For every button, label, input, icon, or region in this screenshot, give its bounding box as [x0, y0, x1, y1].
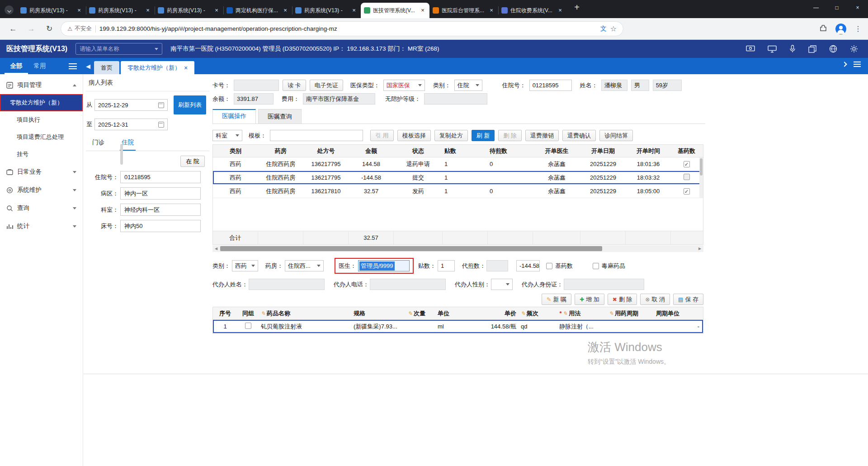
tab-close-icon[interactable]: ×: [144, 7, 151, 14]
cell-drug-name[interactable]: 钆贝葡胺注射液: [259, 323, 352, 331]
calendar-icon[interactable]: [158, 102, 164, 108]
base-drug-checkbox[interactable]: [546, 263, 552, 269]
date-from-input[interactable]: 2025-12-29: [94, 99, 168, 111]
table-horizontal-scrollbar[interactable]: ◀ ▶: [212, 245, 703, 252]
scrollbar-thumb[interactable]: [220, 246, 602, 251]
date-to-input[interactable]: 2025-12-31: [94, 119, 168, 130]
sidebar-section-statistics[interactable]: 统计: [0, 217, 83, 235]
browser-tab-2[interactable]: 药房系统(V13) - ×: [86, 3, 155, 18]
cell-usage[interactable]: 静脉注射（...: [557, 323, 607, 331]
same-group-checkbox[interactable]: [245, 323, 251, 329]
tab-close-icon[interactable]: ×: [213, 7, 220, 14]
agent-phone-input[interactable]: [370, 279, 446, 290]
sidebar-item-project-execution[interactable]: 项目执行: [0, 111, 83, 128]
clinic-settle-button[interactable]: 诊间结算: [599, 130, 633, 141]
screen-capture-icon[interactable]: [746, 45, 755, 53]
browser-tab-4[interactable]: 两定机构医疗保... ×: [223, 3, 292, 18]
security-status[interactable]: ⚠ 不安全: [67, 25, 92, 33]
tab-close-icon[interactable]: ×: [488, 7, 495, 14]
settings-gear-icon[interactable]: [850, 45, 858, 53]
sidebar-section-project-management[interactable]: 项目管理: [0, 76, 83, 94]
base-drug-checkbox[interactable]: ✓: [684, 188, 690, 195]
window-switch-icon[interactable]: [808, 45, 816, 53]
cell-freq[interactable]: qd: [519, 323, 557, 330]
url-text[interactable]: 199.9.129.29:8000/his-yj/app/#/project-m…: [99, 25, 597, 32]
save-button[interactable]: ▤ 保 存: [673, 294, 703, 305]
tab-order-operate[interactable]: 医嘱操作: [212, 109, 256, 124]
monitor-icon[interactable]: [768, 45, 777, 53]
add-button[interactable]: ✚ 增 加: [575, 294, 604, 305]
agent-id-input[interactable]: [564, 279, 644, 290]
ward-input[interactable]: 神内一区: [120, 187, 201, 200]
translate-icon[interactable]: 文: [600, 25, 607, 33]
dept-select[interactable]: 科室: [212, 130, 242, 141]
e-voucher-button[interactable]: 电子凭证: [310, 80, 343, 91]
sidebar-item-refund-summary[interactable]: 项目退费汇总处理: [0, 128, 83, 146]
decoct-count-input[interactable]: [486, 260, 508, 271]
collapse-menu-icon[interactable]: [69, 63, 77, 69]
agent-name-input[interactable]: [249, 279, 325, 290]
profile-avatar[interactable]: [835, 24, 846, 34]
browser-tab-6-active[interactable]: 医技管理系统(V... ×: [361, 3, 429, 18]
sidebar-section-query[interactable]: 查询: [0, 199, 83, 217]
refund-confirm-button[interactable]: 退费确认: [562, 130, 596, 141]
scroll-right-icon[interactable]: ▶: [696, 247, 703, 251]
browser-tab-8[interactable]: 住院收费系统(V... ×: [498, 3, 567, 18]
extensions-icon[interactable]: [819, 24, 827, 33]
admission-no-input[interactable]: 01218595: [529, 80, 572, 91]
browser-tab-1[interactable]: 药房系统(V13) - ×: [17, 3, 86, 18]
read-card-button[interactable]: 读 卡: [283, 80, 306, 91]
tab-scroll-right-icon[interactable]: [842, 62, 847, 67]
new-order-button[interactable]: ✎ 新 嘱: [542, 294, 571, 305]
base-drug-checkbox[interactable]: [684, 174, 690, 180]
category-select[interactable]: 住院: [454, 80, 482, 91]
sidebar-item-scattered-prescription[interactable]: 零散处方维护（新）: [0, 94, 83, 111]
bed-no-input[interactable]: 神内50: [120, 220, 201, 232]
prescription-row-1[interactable]: 西药 住院西药房 136217795 144.58 退药申请 1 0 佘菡鑫 2…: [213, 157, 703, 171]
agent-gender-select[interactable]: [491, 279, 513, 290]
insurance-type-select[interactable]: 国家医保: [383, 80, 425, 91]
prescription-row-2-selected[interactable]: 西药 住院西药房 136217795 -144.58 提交 1 佘菡鑫 2025…: [213, 171, 703, 185]
sidebar-item-registration[interactable]: 挂号: [0, 146, 83, 163]
calendar-icon[interactable]: [158, 122, 164, 128]
card-no-input[interactable]: [234, 80, 279, 91]
window-maximize-button[interactable]: □: [826, 0, 847, 15]
tie-count-input[interactable]: 1: [438, 260, 455, 271]
tab-list-icon[interactable]: [854, 62, 861, 67]
escort-level-input[interactable]: [424, 93, 487, 105]
tab-scroll-left-icon[interactable]: ◀: [82, 58, 94, 74]
doctor-input[interactable]: 管理员/9999: [358, 260, 410, 271]
menu-search-input[interactable]: 请输入菜单名称: [75, 43, 162, 55]
browser-globe-icon[interactable]: [829, 45, 837, 53]
tab-close-icon[interactable]: ×: [557, 7, 564, 14]
reload-icon[interactable]: ↻: [42, 22, 56, 36]
template-select-button[interactable]: 模板选择: [397, 130, 431, 141]
bookmark-star-icon[interactable]: ☆: [610, 24, 617, 33]
forward-icon[interactable]: →: [24, 22, 38, 36]
copy-prescription-button[interactable]: 复制处方: [434, 130, 468, 141]
tab-outpatient[interactable]: 门诊: [90, 135, 106, 151]
pharmacy-select[interactable]: 住院西...: [285, 260, 324, 271]
menu-kebab-icon[interactable]: ⋮: [854, 24, 862, 33]
browser-tab-3[interactable]: 药房系统(V13) - ×: [155, 3, 223, 18]
scroll-left-icon[interactable]: ◀: [212, 247, 220, 251]
window-minimize-button[interactable]: —: [806, 0, 826, 15]
tab-close-icon[interactable]: ×: [419, 7, 426, 14]
refresh-button[interactable]: 刷 新: [472, 130, 495, 141]
refund-cancel-button[interactable]: 退费撤销: [525, 130, 559, 141]
tab-close-icon[interactable]: ×: [282, 7, 289, 14]
page-tab-home[interactable]: 首页: [94, 61, 119, 74]
narcotic-checkbox[interactable]: [593, 263, 599, 269]
delete-row-button[interactable]: ✖ 删 除: [608, 294, 637, 305]
base-drug-checkbox[interactable]: ✓: [684, 161, 690, 167]
tab-close-icon[interactable]: ×: [350, 7, 358, 14]
in-hospital-button[interactable]: 在 院: [180, 156, 205, 167]
window-close-button[interactable]: ×: [847, 0, 868, 15]
patient-panel-scrollbar[interactable]: [120, 144, 123, 165]
sidebar-section-daily-business[interactable]: 日常业务: [0, 163, 83, 181]
cancel-button[interactable]: ⊗ 取 消: [640, 294, 670, 305]
template-input[interactable]: [270, 130, 363, 141]
microphone-icon[interactable]: [789, 45, 796, 53]
sidebar-section-system-maintenance[interactable]: 系统维护: [0, 181, 83, 199]
refresh-list-button[interactable]: 刷新列表: [174, 95, 206, 114]
